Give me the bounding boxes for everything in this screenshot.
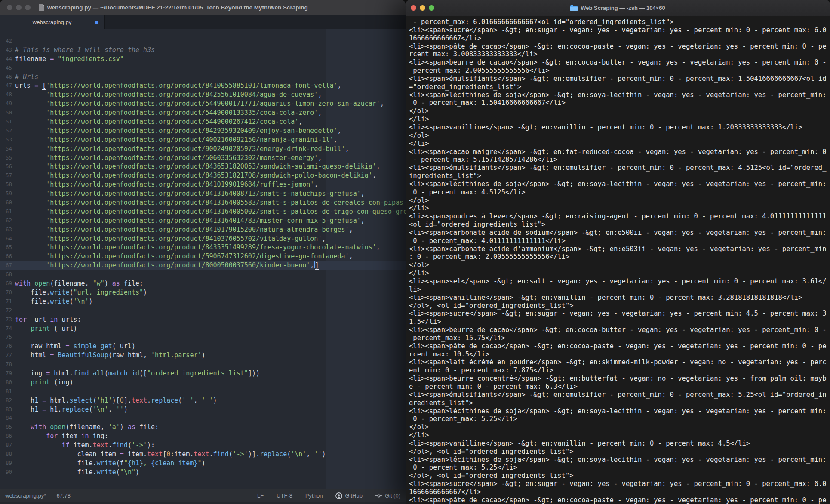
code-line[interactable]: 80 print (ing) [0, 378, 406, 387]
code-line[interactable]: 63 'https://world.openfoodfacts.org/prod… [0, 225, 406, 234]
code-line[interactable]: 79 ing = html.find_all(match_id(["ordere… [0, 369, 406, 378]
code-line[interactable]: 67 'https://world.openfoodfacts.org/prod… [0, 261, 406, 270]
code-line[interactable]: 78 [0, 360, 406, 369]
code-line[interactable]: 75 [0, 333, 406, 342]
status-git[interactable]: Git (0) [375, 492, 400, 499]
terminal-line: <li><span>carbonate acide d'ammonium</sp… [409, 245, 830, 253]
code-line[interactable]: 52 'https://world.openfoodfacts.org/prod… [0, 126, 406, 135]
terminal-line: <li><span>lécithines de soja</span> -&gt… [409, 91, 830, 99]
line-number: 75 [0, 333, 12, 342]
terminal-line: <li><span>beurre de cacao</span> -&gt; e… [409, 58, 830, 67]
line-number: 65 [0, 243, 12, 252]
code-line[interactable]: 51 'https://world.openfoodfacts.org/prod… [0, 117, 406, 126]
terminal-line: <li><span>sucre</span> -&gt; en:sugar - … [409, 26, 830, 34]
code-line[interactable]: 73for _url in urls: [0, 315, 406, 324]
status-line-ending[interactable]: LF [257, 492, 264, 499]
terminal-output[interactable]: - percent_max: 6.01666666666667<ol id="o… [406, 16, 830, 504]
github-label: GitHub [345, 492, 362, 499]
terminal-line: <li><span>carbonate acide de sodium</spa… [409, 229, 830, 237]
line-number: 58 [0, 180, 12, 189]
terminal-titlebar[interactable]: Web Scraping — -zsh — 104×60 [406, 0, 830, 16]
terminal-line: <li><span>beurre de cacao</span> -&gt; e… [409, 326, 830, 334]
line-number: 60 [0, 198, 12, 207]
code-line[interactable]: 81 [0, 387, 406, 396]
code-line[interactable]: 49 'https://world.openfoodfacts.org/prod… [0, 99, 406, 108]
code-line[interactable]: 59 'https://world.openfoodfacts.org/prod… [0, 189, 406, 198]
code-line[interactable]: 77 html = BeautifulSoup(raw_html, 'html.… [0, 351, 406, 360]
code-line[interactable]: 89 file.write(f"{h1}, {clean_item}") [0, 459, 406, 468]
code-line[interactable]: 56 'https://world.openfoodfacts.org/prod… [0, 162, 406, 171]
line-number: 47 [0, 81, 12, 90]
minimize-button[interactable] [420, 5, 425, 11]
line-number: 59 [0, 189, 12, 198]
line-number: 50 [0, 108, 12, 117]
code-line[interactable]: 50 'https://world.openfoodfacts.org/prod… [0, 108, 406, 117]
line-number: 56 [0, 162, 12, 171]
code-line[interactable]: 87 if item.text.find('->'): [0, 441, 406, 450]
code-line[interactable]: 47urls = ['https://world.openfoodfacts.o… [0, 81, 406, 90]
code-line[interactable]: 74 print (_url) [0, 324, 406, 333]
editor-window: webscraping.py — ~/Documents/MDEF 21-22/… [0, 0, 406, 504]
code-line[interactable]: 55 'https://world.openfoodfacts.org/prod… [0, 154, 406, 163]
code-line[interactable]: 48 'https://world.openfoodfacts.org/prod… [0, 90, 406, 99]
code-line[interactable]: 70 file.write("url, ingredients") [0, 288, 406, 297]
line-number: 48 [0, 90, 12, 99]
modified-dot-icon [95, 21, 98, 24]
editor-window-title: webscraping.py — ~/Documents/MDEF 21-22/… [47, 4, 308, 11]
status-encoding[interactable]: UTF-8 [277, 492, 292, 499]
code-editor[interactable]: 4243# This is where I will store the h3s… [0, 29, 406, 489]
line-number: 87 [0, 441, 12, 450]
code-line[interactable]: 90 file.write("\n") [0, 468, 406, 477]
code-line[interactable]: 83 h1 = h1.replace('\n', '') [0, 405, 406, 414]
terminal-line: e - percent_min: 0 - percent_max: 6.3</l… [409, 383, 830, 391]
code-line[interactable]: 85 with open(filename, 'a') as file: [0, 423, 406, 432]
status-github[interactable]: GitHub [335, 492, 362, 499]
document-icon [38, 4, 45, 11]
code-line[interactable]: 65 'https://world.openfoodfacts.org/prod… [0, 243, 406, 252]
code-line[interactable]: 62 'https://world.openfoodfacts.org/prod… [0, 216, 406, 225]
close-button[interactable] [7, 5, 12, 10]
code-line[interactable]: 71 file.write('\n') [0, 297, 406, 306]
close-button[interactable] [411, 5, 416, 11]
code-line[interactable]: 64 'https://world.openfoodfacts.org/prod… [0, 234, 406, 243]
editor-bottom-edge [0, 502, 406, 504]
code-line[interactable]: 76 raw_html = simple_get(_url) [0, 342, 406, 351]
code-line[interactable]: 42 [0, 37, 406, 46]
zoom-button[interactable] [25, 5, 31, 10]
terminal-window-title: Web Scraping — -zsh — 104×60 [581, 5, 665, 11]
code-line[interactable]: 58 'https://world.openfoodfacts.org/prod… [0, 180, 406, 189]
line-number: 46 [0, 73, 12, 82]
tab-webscraping-py[interactable]: webscraping.py [0, 15, 105, 29]
code-line[interactable]: 44filename = "ingredients.csv" [0, 55, 406, 64]
terminal-line: <li><span>pâte de cacao</span> -&gt; en:… [409, 342, 830, 350]
code-line[interactable]: 43# This is where I will store the h3s [0, 46, 406, 55]
code-line[interactable]: 86 for item in ing: [0, 432, 406, 441]
status-language[interactable]: Python [305, 492, 323, 499]
minimize-button[interactable] [16, 5, 22, 10]
terminal-line: percent_max: 15.75</li> [409, 334, 830, 342]
code-line[interactable]: 69with open(filename, "w") as file: [0, 279, 406, 288]
code-line[interactable]: 82 h1 = html.select('h1')[0].text.replac… [0, 396, 406, 405]
terminal-line: percent_max: 2.00555555555556</li> [409, 67, 830, 75]
line-number: 78 [0, 360, 12, 369]
code-line[interactable]: 88 clean_item = item.text[0:item.text.fi… [0, 450, 406, 459]
code-line[interactable]: 68 [0, 270, 406, 279]
code-line[interactable]: 66 'https://world.openfoodfacts.org/prod… [0, 252, 406, 261]
code-line[interactable]: 61 'https://world.openfoodfacts.org/prod… [0, 207, 406, 216]
code-line[interactable]: 60 'https://world.openfoodfacts.org/prod… [0, 198, 406, 207]
editor-titlebar[interactable]: webscraping.py — ~/Documents/MDEF 21-22/… [0, 0, 406, 15]
terminal-line: <li><span>vanilline</span> -&gt; en:vani… [409, 294, 830, 302]
code-line[interactable]: 45 [0, 64, 406, 73]
line-number: 57 [0, 171, 12, 180]
code-lines[interactable]: 4243# This is where I will store the h3s… [0, 37, 406, 477]
code-line[interactable]: 54 'https://world.openfoodfacts.org/prod… [0, 144, 406, 154]
zoom-button[interactable] [429, 5, 434, 11]
code-line[interactable]: 72 [0, 306, 406, 315]
code-line[interactable]: 46# Urls [0, 73, 406, 82]
terminal-line: rcent_max: 10.5</li> [409, 350, 830, 359]
terminal-line: 1666666666667</li> [409, 34, 830, 43]
code-line[interactable]: 84 [0, 414, 406, 423]
code-line[interactable]: 57 'https://world.openfoodfacts.org/prod… [0, 171, 406, 180]
code-line[interactable]: 53 'https://world.openfoodfacts.org/prod… [0, 135, 406, 144]
terminal-line: <li><span>pâte de cacao</span> -&gt; en:… [409, 496, 830, 504]
